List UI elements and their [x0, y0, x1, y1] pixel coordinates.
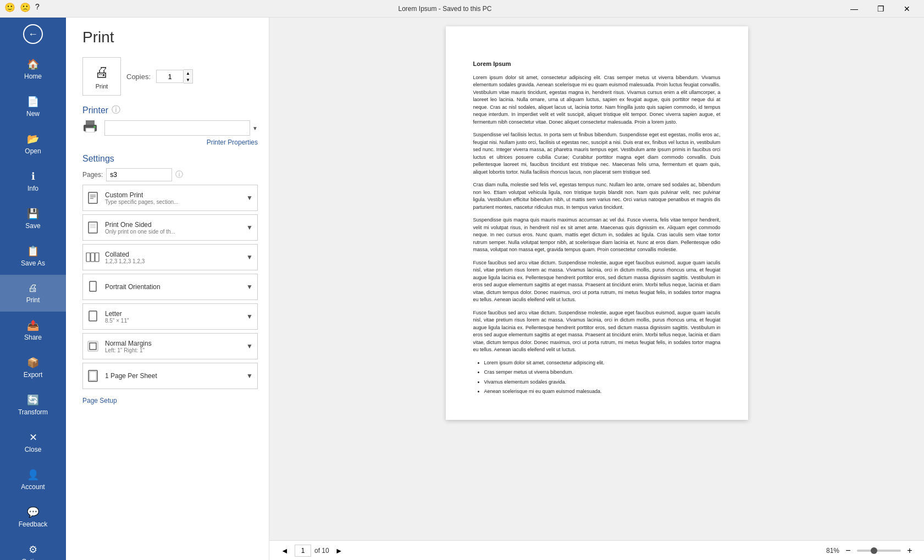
printer-svg-icon: [82, 120, 98, 132]
setting-collated[interactable]: Collated 1,2,3 1,2,3 1,2,3 ▼: [82, 244, 258, 270]
printer-section-title: Printer ⓘ: [82, 104, 258, 116]
one-sided-sub: Only print on one side of th...: [105, 229, 240, 235]
sidebar-item-open-label: Open: [25, 147, 41, 155]
sidebar-item-feedback[interactable]: 💬 Feedback: [0, 498, 66, 536]
current-page-input[interactable]: [295, 545, 311, 557]
custom-print-chevron-icon: ▼: [242, 194, 257, 202]
sidebar-item-account[interactable]: 👤 Account: [0, 461, 66, 498]
preview-area: Lorem Ipsum Lorem ipsum dolor sit amet, …: [269, 18, 924, 560]
margins-sub: Left: 1" Right: 1": [105, 347, 240, 353]
setting-portrait[interactable]: Portrait Orientation ▼: [82, 274, 258, 300]
print-title: Print: [82, 29, 258, 46]
back-button[interactable]: ←: [0, 18, 66, 51]
preview-list: Lorem ipsum dolor sit amet, consectetur …: [484, 359, 721, 396]
margins-icon: [83, 334, 103, 359]
margins-text: Normal Margins Left: 1" Right: 1": [103, 336, 242, 357]
print-panel: Print 🖨 Print Copies: ▲ ▼: [66, 18, 924, 560]
one-sided-main: Print One Sided: [105, 221, 240, 229]
printer-select-row: ▼: [82, 120, 258, 136]
margins-main: Normal Margins: [105, 340, 240, 347]
preview-para-6: Fusce faucibus sed arcu vitae dictum. Su…: [473, 309, 721, 354]
sidebar-item-save-as-label: Save As: [21, 259, 45, 267]
sidebar-item-close[interactable]: ✕ Close: [0, 424, 66, 461]
custom-print-sub: Type specific pages, section...: [105, 199, 240, 205]
copies-up-button[interactable]: ▲: [184, 70, 192, 76]
setting-custom-print[interactable]: Custom Print Type specific pages, sectio…: [82, 185, 258, 211]
sidebar-item-export[interactable]: 📦 Export: [0, 349, 66, 386]
preview-para-4: Suspendisse quis magna quis mauris maxim…: [473, 217, 721, 254]
letter-text: Letter 8.5" × 11": [103, 307, 242, 327]
share-icon: 📤: [27, 319, 39, 331]
settings-section-title: Settings: [82, 154, 258, 164]
pages-info-icon[interactable]: ⓘ: [175, 170, 183, 180]
collated-main: Collated: [105, 251, 240, 258]
pages-per-sheet-main: 1 Page Per Sheet: [105, 372, 240, 380]
pages-per-sheet-icon: [83, 363, 103, 389]
svg-rect-2: [86, 128, 95, 132]
setting-print-one-sided[interactable]: Print One Sided Only print on one side o…: [82, 214, 258, 241]
letter-sub: 8.5" × 11": [105, 318, 240, 324]
help-icon[interactable]: ?: [35, 2, 48, 15]
portrait-main: Portrait Orientation: [105, 283, 240, 291]
maximize-button[interactable]: ❐: [868, 0, 893, 18]
letter-chevron-icon: ▼: [242, 313, 257, 320]
emoji-sad-icon[interactable]: 🙁: [20, 2, 33, 15]
zoom-minus-button[interactable]: −: [843, 545, 854, 556]
sidebar-item-save-as[interactable]: 📋 Save As: [0, 237, 66, 275]
sidebar-item-options[interactable]: ⚙ Options: [0, 536, 66, 560]
pages-per-sheet-text: 1 Page Per Sheet: [103, 369, 242, 383]
next-page-button[interactable]: ►: [333, 544, 346, 557]
letter-icon: [83, 304, 103, 329]
sidebar-item-share[interactable]: 📤 Share: [0, 312, 66, 349]
sidebar-item-new[interactable]: 📄 New: [0, 88, 66, 125]
setting-pages-per-sheet[interactable]: 1 Page Per Sheet ▼: [82, 363, 258, 389]
page-setup-link[interactable]: Page Setup: [82, 397, 117, 404]
letter-main: Letter: [105, 310, 240, 318]
sidebar-item-feedback-label: Feedback: [19, 520, 48, 528]
printer-select[interactable]: [104, 120, 250, 136]
sidebar-item-home[interactable]: 🏠 Home: [0, 51, 66, 88]
copies-down-button[interactable]: ▼: [184, 76, 192, 83]
open-icon: 📂: [27, 133, 39, 145]
page-nav: ◄ of 10 ►: [278, 544, 346, 557]
zoom-plus-button[interactable]: +: [904, 545, 915, 556]
pages-input[interactable]: [106, 168, 172, 181]
setting-letter[interactable]: Letter 8.5" × 11" ▼: [82, 303, 258, 330]
list-item: Vivamus elementum sodales gravida.: [484, 379, 721, 386]
minimize-button[interactable]: —: [842, 0, 867, 18]
sidebar-item-transform[interactable]: 🔄 Transform: [0, 386, 66, 424]
svg-rect-15: [90, 281, 96, 291]
transform-icon: 🔄: [27, 394, 39, 406]
setting-margins[interactable]: Normal Margins Left: 1" Right: 1" ▼: [82, 333, 258, 359]
prev-page-button[interactable]: ◄: [278, 544, 291, 557]
svg-rect-20: [90, 372, 96, 380]
list-item: Aenean scelerisque mi eu quam euismod ma…: [484, 388, 721, 396]
preview-scroll[interactable]: Lorem Ipsum Lorem ipsum dolor sit amet, …: [269, 18, 924, 540]
svg-rect-16: [89, 311, 97, 321]
copies-row: 🖨 Print Copies: ▲ ▼: [82, 57, 258, 96]
zoom-controls: 81% − +: [826, 545, 915, 556]
sidebar-item-save-label: Save: [25, 222, 40, 230]
sidebar-item-save[interactable]: 💾 Save: [0, 200, 66, 237]
svg-point-3: [93, 126, 96, 128]
sidebar-item-info[interactable]: ℹ Info: [0, 163, 66, 200]
printer-large-icon: 🖨: [95, 64, 109, 81]
account-icon: 👤: [27, 469, 39, 481]
sidebar-item-print[interactable]: 🖨 Print: [0, 275, 66, 312]
feedback-icon: 💬: [27, 506, 39, 518]
sidebar-item-open[interactable]: 📂 Open: [0, 125, 66, 163]
svg-rect-18: [90, 343, 96, 350]
preview-bottom-bar: ◄ of 10 ► 81% − +: [269, 540, 924, 560]
printer-info-icon[interactable]: ⓘ: [112, 104, 120, 116]
print-button[interactable]: 🖨 Print: [82, 57, 121, 96]
copies-input[interactable]: [156, 70, 184, 83]
list-item: Lorem ipsum dolor sit amet, consectetur …: [484, 359, 721, 367]
printer-properties-link[interactable]: Printer Properties: [207, 138, 258, 146]
close-button[interactable]: ✕: [894, 0, 920, 18]
zoom-slider[interactable]: [857, 550, 901, 552]
window-title: Lorem Ipsum - Saved to this PC: [48, 5, 842, 13]
emoji-happy-icon[interactable]: 🙂: [4, 2, 18, 15]
main-content: Print 🖨 Print Copies: ▲ ▼: [66, 18, 924, 560]
save-as-icon: 📋: [27, 245, 39, 257]
titlebar-left: 🙂 🙁 ?: [4, 2, 48, 15]
